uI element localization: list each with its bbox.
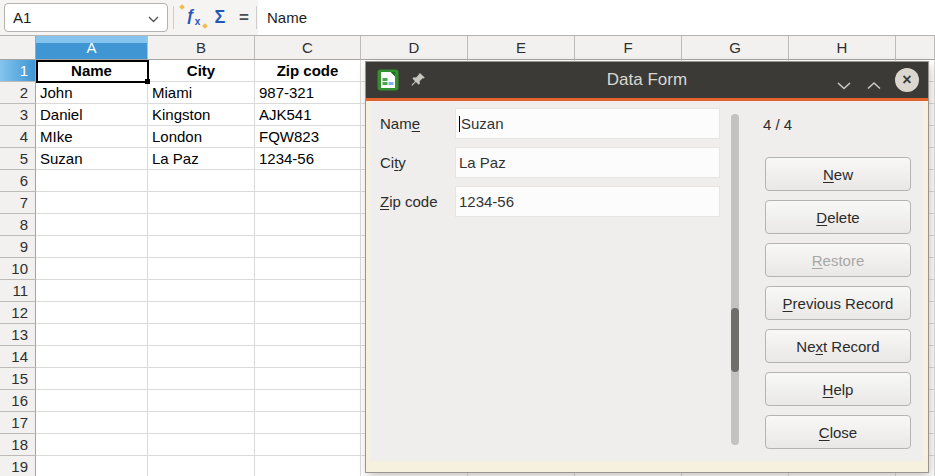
zip-code-field[interactable]: 1234-56 <box>455 186 720 217</box>
column-header-E[interactable]: E <box>468 36 575 60</box>
cell-A10[interactable] <box>36 258 148 280</box>
row-header-10[interactable]: 10 <box>0 258 36 280</box>
row-header-9[interactable]: 9 <box>0 236 36 258</box>
column-header-partial[interactable] <box>896 36 935 60</box>
cell-C7[interactable] <box>255 192 361 214</box>
cell-A19[interactable] <box>36 456 148 476</box>
cell-C6[interactable] <box>255 170 361 192</box>
row-header-19[interactable]: 19 <box>0 456 36 476</box>
cell-B10[interactable] <box>148 258 255 280</box>
cell-B15[interactable] <box>148 368 255 390</box>
cell-B18[interactable] <box>148 434 255 456</box>
cell-C8[interactable] <box>255 214 361 236</box>
chevron-up-icon[interactable] <box>866 76 882 85</box>
cell-A18[interactable] <box>36 434 148 456</box>
close-icon[interactable]: × <box>895 68 919 92</box>
cell-B5[interactable]: La Paz <box>148 148 255 170</box>
cell-C11[interactable] <box>255 280 361 302</box>
cell-B6[interactable] <box>148 170 255 192</box>
previous-record-button[interactable]: Previous Record <box>765 286 911 320</box>
close-button[interactable]: Close <box>765 415 911 449</box>
cell-B14[interactable] <box>148 346 255 368</box>
row-header-3[interactable]: 3 <box>0 104 36 126</box>
cell-B1[interactable]: City <box>148 60 255 82</box>
cell-C15[interactable] <box>255 368 361 390</box>
cell-A3[interactable]: Daniel <box>36 104 148 126</box>
cell-C1[interactable]: Zip code <box>255 60 361 82</box>
city-field[interactable]: La Paz <box>455 147 720 178</box>
form-scrollbar-track[interactable] <box>731 114 739 445</box>
cell-B16[interactable] <box>148 390 255 412</box>
cell-C18[interactable] <box>255 434 361 456</box>
cell-C14[interactable] <box>255 346 361 368</box>
row-header-4[interactable]: 4 <box>0 126 36 148</box>
cell-A9[interactable] <box>36 236 148 258</box>
form-scrollbar-thumb[interactable] <box>731 308 739 372</box>
help-button[interactable]: Help <box>765 372 911 406</box>
cell-C9[interactable] <box>255 236 361 258</box>
column-header-D[interactable]: D <box>361 36 468 60</box>
row-header-17[interactable]: 17 <box>0 412 36 434</box>
cell-A14[interactable] <box>36 346 148 368</box>
cell-A5[interactable]: Suzan <box>36 148 148 170</box>
cell-B3[interactable]: Kingston <box>148 104 255 126</box>
chevron-down-icon[interactable] <box>148 9 159 26</box>
cell-B8[interactable] <box>148 214 255 236</box>
delete-button[interactable]: Delete <box>765 200 911 234</box>
cell-B4[interactable]: London <box>148 126 255 148</box>
cell-A2[interactable]: John <box>36 82 148 104</box>
cell-B9[interactable] <box>148 236 255 258</box>
row-header-8[interactable]: 8 <box>0 214 36 236</box>
cell-A12[interactable] <box>36 302 148 324</box>
row-header-11[interactable]: 11 <box>0 280 36 302</box>
column-header-H[interactable]: H <box>789 36 896 60</box>
row-header-12[interactable]: 12 <box>0 302 36 324</box>
cell-A4[interactable]: MIke <box>36 126 148 148</box>
cell-A7[interactable] <box>36 192 148 214</box>
chevron-down-icon[interactable] <box>836 76 852 85</box>
cell-C17[interactable] <box>255 412 361 434</box>
row-header-2[interactable]: 2 <box>0 82 36 104</box>
cell-B11[interactable] <box>148 280 255 302</box>
formula-input[interactable]: Name <box>258 0 935 35</box>
row-header-7[interactable]: 7 <box>0 192 36 214</box>
select-all-corner[interactable] <box>0 36 36 60</box>
sum-icon[interactable]: Σ <box>207 0 233 35</box>
column-header-C[interactable]: C <box>255 36 361 60</box>
cell-A6[interactable] <box>36 170 148 192</box>
cell-B2[interactable]: Miami <box>148 82 255 104</box>
cell-C4[interactable]: FQW823 <box>255 126 361 148</box>
row-header-14[interactable]: 14 <box>0 346 36 368</box>
column-header-F[interactable]: F <box>575 36 682 60</box>
cell-B12[interactable] <box>148 302 255 324</box>
cell-C2[interactable]: 987-321 <box>255 82 361 104</box>
cell-C3[interactable]: AJK541 <box>255 104 361 126</box>
cell-A17[interactable] <box>36 412 148 434</box>
cell-C16[interactable] <box>255 390 361 412</box>
row-header-13[interactable]: 13 <box>0 324 36 346</box>
cell-C5[interactable]: 1234-56 <box>255 148 361 170</box>
cell-B7[interactable] <box>148 192 255 214</box>
cell-C10[interactable] <box>255 258 361 280</box>
cell-B17[interactable] <box>148 412 255 434</box>
row-header-5[interactable]: 5 <box>0 148 36 170</box>
cell-A8[interactable] <box>36 214 148 236</box>
row-header-18[interactable]: 18 <box>0 434 36 456</box>
column-header-A[interactable]: A <box>36 36 148 60</box>
row-header-6[interactable]: 6 <box>0 170 36 192</box>
next-record-button[interactable]: Next Record <box>765 329 911 363</box>
cell-A11[interactable] <box>36 280 148 302</box>
column-header-B[interactable]: B <box>148 36 255 60</box>
cell-A1[interactable]: Name <box>36 60 148 82</box>
cell-A15[interactable] <box>36 368 148 390</box>
cell-C13[interactable] <box>255 324 361 346</box>
function-wizard-icon[interactable]: ƒx <box>180 0 206 35</box>
new-button[interactable]: New <box>765 157 911 191</box>
column-header-G[interactable]: G <box>682 36 789 60</box>
cell-B19[interactable] <box>148 456 255 476</box>
cell-A16[interactable] <box>36 390 148 412</box>
cell-C12[interactable] <box>255 302 361 324</box>
name-field[interactable]: Suzan <box>455 108 720 139</box>
dialog-titlebar[interactable]: Data Form × <box>366 62 928 98</box>
cell-C19[interactable] <box>255 456 361 476</box>
